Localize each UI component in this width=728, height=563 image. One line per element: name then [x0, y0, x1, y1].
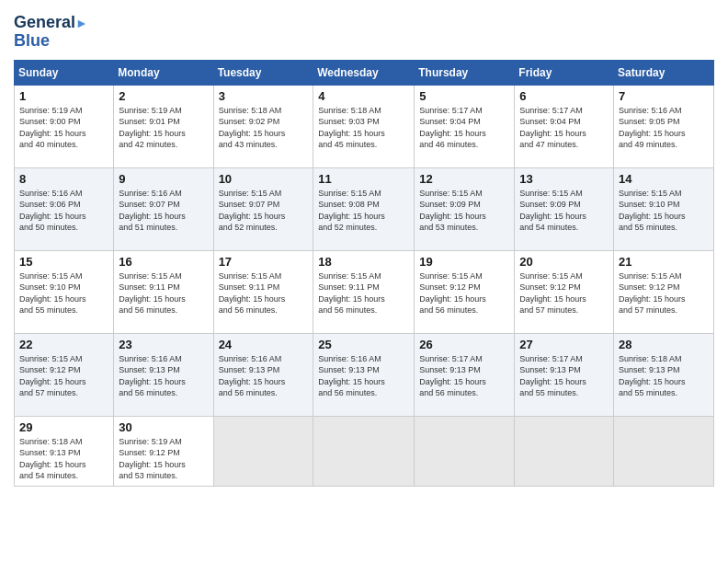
calendar-cell: 11Sunrise: 5:15 AM Sunset: 9:08 PM Dayli… [313, 167, 415, 250]
calendar-cell: 28Sunrise: 5:18 AM Sunset: 9:13 PM Dayli… [614, 333, 714, 416]
calendar-cell: 5Sunrise: 5:17 AM Sunset: 9:04 PM Daylig… [415, 85, 515, 167]
page-header: General► Blue [14, 14, 714, 51]
calendar-cell: 23Sunrise: 5:16 AM Sunset: 9:13 PM Dayli… [114, 333, 213, 416]
calendar-cell: 20Sunrise: 5:15 AM Sunset: 9:12 PM Dayli… [515, 250, 614, 333]
day-number: 1 [19, 89, 108, 103]
day-detail: Sunrise: 5:19 AM Sunset: 9:01 PM Dayligh… [119, 105, 208, 151]
day-detail: Sunrise: 5:15 AM Sunset: 9:12 PM Dayligh… [619, 270, 709, 316]
calendar-cell: 10Sunrise: 5:15 AM Sunset: 9:07 PM Dayli… [213, 167, 313, 250]
day-detail: Sunrise: 5:17 AM Sunset: 9:04 PM Dayligh… [519, 105, 609, 151]
calendar-cell: 13Sunrise: 5:15 AM Sunset: 9:09 PM Dayli… [515, 167, 614, 250]
day-detail: Sunrise: 5:15 AM Sunset: 9:07 PM Dayligh… [219, 188, 309, 234]
calendar-cell [313, 416, 415, 486]
day-of-week-header: Sunday [15, 60, 114, 85]
calendar-cell: 14Sunrise: 5:15 AM Sunset: 9:10 PM Dayli… [614, 167, 714, 250]
day-detail: Sunrise: 5:15 AM Sunset: 9:09 PM Dayligh… [519, 188, 609, 234]
calendar-cell: 29Sunrise: 5:18 AM Sunset: 9:13 PM Dayli… [15, 416, 114, 486]
day-detail: Sunrise: 5:19 AM Sunset: 9:12 PM Dayligh… [119, 436, 208, 482]
calendar-cell [515, 416, 614, 486]
day-number: 12 [419, 172, 509, 186]
day-detail: Sunrise: 5:15 AM Sunset: 9:12 PM Dayligh… [519, 270, 609, 316]
day-detail: Sunrise: 5:15 AM Sunset: 9:10 PM Dayligh… [619, 188, 709, 234]
day-number: 28 [619, 338, 709, 351]
day-detail: Sunrise: 5:15 AM Sunset: 9:08 PM Dayligh… [318, 188, 409, 234]
day-detail: Sunrise: 5:16 AM Sunset: 9:13 PM Dayligh… [119, 353, 208, 399]
day-of-week-header: Thursday [415, 60, 515, 85]
day-number: 24 [219, 338, 309, 351]
day-of-week-header: Saturday [614, 60, 714, 85]
day-detail: Sunrise: 5:18 AM Sunset: 9:13 PM Dayligh… [19, 436, 108, 482]
day-number: 13 [519, 172, 609, 186]
calendar-cell [415, 416, 515, 486]
day-number: 5 [419, 89, 509, 103]
logo: General► Blue [14, 14, 88, 51]
day-of-week-header: Tuesday [213, 60, 313, 85]
day-number: 27 [519, 338, 609, 351]
calendar-cell: 6Sunrise: 5:17 AM Sunset: 9:04 PM Daylig… [515, 85, 614, 167]
calendar-cell: 7Sunrise: 5:16 AM Sunset: 9:05 PM Daylig… [614, 85, 714, 167]
calendar-cell: 15Sunrise: 5:15 AM Sunset: 9:10 PM Dayli… [15, 250, 114, 333]
calendar-cell: 4Sunrise: 5:18 AM Sunset: 9:03 PM Daylig… [313, 85, 415, 167]
day-detail: Sunrise: 5:15 AM Sunset: 9:11 PM Dayligh… [119, 270, 208, 316]
logo-text: General► [14, 14, 88, 32]
day-detail: Sunrise: 5:15 AM Sunset: 9:11 PM Dayligh… [318, 270, 409, 316]
day-detail: Sunrise: 5:15 AM Sunset: 9:12 PM Dayligh… [419, 270, 509, 316]
day-number: 15 [19, 255, 108, 269]
day-detail: Sunrise: 5:16 AM Sunset: 9:05 PM Dayligh… [619, 105, 709, 151]
day-detail: Sunrise: 5:16 AM Sunset: 9:06 PM Dayligh… [19, 188, 108, 234]
day-detail: Sunrise: 5:15 AM Sunset: 9:11 PM Dayligh… [219, 270, 309, 316]
day-number: 19 [419, 255, 509, 269]
day-detail: Sunrise: 5:15 AM Sunset: 9:09 PM Dayligh… [419, 188, 509, 234]
day-number: 18 [318, 255, 409, 269]
calendar-cell: 2Sunrise: 5:19 AM Sunset: 9:01 PM Daylig… [114, 85, 213, 167]
day-number: 21 [619, 255, 709, 269]
calendar-cell: 3Sunrise: 5:18 AM Sunset: 9:02 PM Daylig… [213, 85, 313, 167]
day-of-week-header: Friday [515, 60, 614, 85]
day-number: 30 [119, 420, 208, 434]
day-detail: Sunrise: 5:18 AM Sunset: 9:03 PM Dayligh… [318, 105, 409, 151]
calendar-cell: 18Sunrise: 5:15 AM Sunset: 9:11 PM Dayli… [313, 250, 415, 333]
calendar-table: SundayMondayTuesdayWednesdayThursdayFrid… [14, 60, 714, 487]
day-number: 14 [619, 172, 709, 186]
calendar-cell: 21Sunrise: 5:15 AM Sunset: 9:12 PM Dayli… [614, 250, 714, 333]
day-detail: Sunrise: 5:18 AM Sunset: 9:13 PM Dayligh… [619, 353, 709, 399]
day-number: 9 [119, 172, 208, 186]
day-number: 11 [318, 172, 409, 186]
day-number: 17 [219, 255, 309, 269]
day-number: 4 [318, 89, 409, 103]
day-detail: Sunrise: 5:17 AM Sunset: 9:13 PM Dayligh… [519, 353, 609, 399]
calendar-cell: 30Sunrise: 5:19 AM Sunset: 9:12 PM Dayli… [114, 416, 213, 486]
day-number: 7 [619, 89, 709, 103]
day-detail: Sunrise: 5:19 AM Sunset: 9:00 PM Dayligh… [19, 105, 108, 151]
day-number: 20 [519, 255, 609, 269]
day-number: 16 [119, 255, 208, 269]
calendar-cell: 27Sunrise: 5:17 AM Sunset: 9:13 PM Dayli… [515, 333, 614, 416]
day-number: 22 [19, 338, 108, 351]
day-detail: Sunrise: 5:17 AM Sunset: 9:13 PM Dayligh… [419, 353, 509, 399]
calendar-cell: 12Sunrise: 5:15 AM Sunset: 9:09 PM Dayli… [415, 167, 515, 250]
day-detail: Sunrise: 5:16 AM Sunset: 9:07 PM Dayligh… [119, 188, 208, 234]
calendar-cell: 17Sunrise: 5:15 AM Sunset: 9:11 PM Dayli… [213, 250, 313, 333]
day-detail: Sunrise: 5:15 AM Sunset: 9:12 PM Dayligh… [19, 353, 108, 399]
day-detail: Sunrise: 5:18 AM Sunset: 9:02 PM Dayligh… [219, 105, 309, 151]
calendar-cell [213, 416, 313, 486]
logo-subtext: Blue [14, 32, 50, 51]
calendar-cell: 25Sunrise: 5:16 AM Sunset: 9:13 PM Dayli… [313, 333, 415, 416]
day-number: 2 [119, 89, 208, 103]
day-of-week-header: Monday [114, 60, 213, 85]
calendar-cell: 1Sunrise: 5:19 AM Sunset: 9:00 PM Daylig… [15, 85, 114, 167]
day-number: 10 [219, 172, 309, 186]
day-detail: Sunrise: 5:16 AM Sunset: 9:13 PM Dayligh… [318, 353, 409, 399]
day-number: 8 [19, 172, 108, 186]
day-number: 29 [19, 420, 108, 434]
day-number: 26 [419, 338, 509, 351]
calendar-cell [614, 416, 714, 486]
day-of-week-header: Wednesday [313, 60, 415, 85]
day-detail: Sunrise: 5:15 AM Sunset: 9:10 PM Dayligh… [19, 270, 108, 316]
calendar-cell: 9Sunrise: 5:16 AM Sunset: 9:07 PM Daylig… [114, 167, 213, 250]
calendar-cell: 22Sunrise: 5:15 AM Sunset: 9:12 PM Dayli… [15, 333, 114, 416]
day-detail: Sunrise: 5:17 AM Sunset: 9:04 PM Dayligh… [419, 105, 509, 151]
day-number: 25 [318, 338, 409, 351]
calendar-cell: 24Sunrise: 5:16 AM Sunset: 9:13 PM Dayli… [213, 333, 313, 416]
calendar-cell: 8Sunrise: 5:16 AM Sunset: 9:06 PM Daylig… [15, 167, 114, 250]
